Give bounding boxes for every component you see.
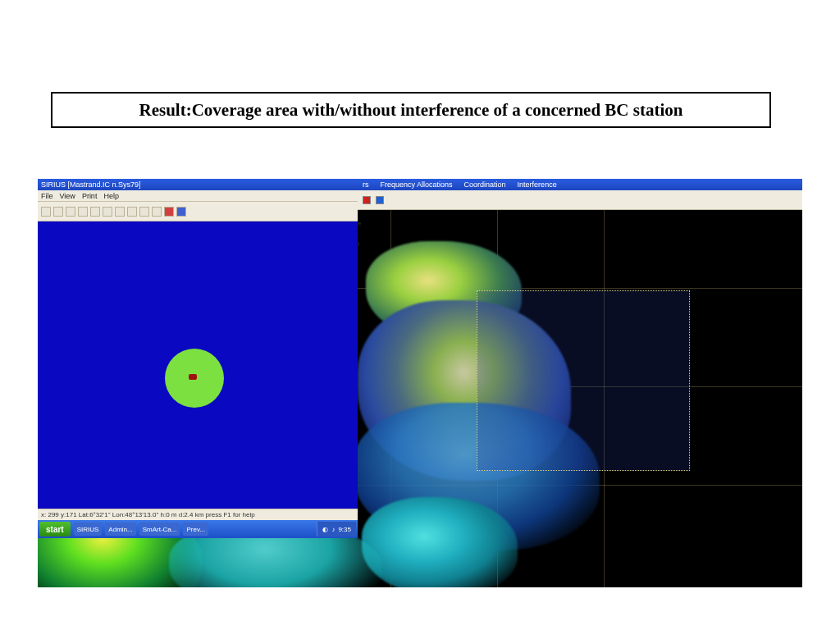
toolbar-button[interactable] <box>78 207 88 217</box>
menu-item[interactable]: Print <box>82 192 98 200</box>
status-bar: x: 299 y:171 Lat:6°32'1" Lon:48°13'13.0"… <box>38 509 358 520</box>
toolbar-button[interactable] <box>66 207 75 217</box>
toolbar-button[interactable] <box>41 207 51 217</box>
window-title: SIRIUS [Mastrand.IC n.Sys79] <box>41 180 141 189</box>
terrain-blob <box>362 497 518 587</box>
slide-title-box: Result:Coverage area with/without interf… <box>51 92 771 128</box>
coverage-toolbar <box>38 202 358 221</box>
toolbar-button[interactable] <box>90 207 100 217</box>
coverage-app-window: SIRIUS [Mastrand.IC n.Sys79] File View P… <box>38 179 358 538</box>
menu-item[interactable]: Help <box>103 192 119 200</box>
system-tray[interactable]: ◐ ♪ 9:35 <box>317 522 356 536</box>
toolbar-button[interactable] <box>115 207 125 217</box>
taskbar-item[interactable]: SIRIUS <box>74 523 103 536</box>
menu-item[interactable]: rs <box>363 180 369 189</box>
station-marker <box>189 374 197 380</box>
coverage-menubar: File View Print Help <box>38 190 358 202</box>
toolbar-button[interactable] <box>152 207 162 217</box>
start-label: start <box>46 525 64 534</box>
start-button[interactable]: start <box>39 522 71 536</box>
toolbar-button[interactable] <box>139 207 149 217</box>
legend-swatch-blue[interactable] <box>376 196 384 204</box>
tray-icon[interactable]: ◐ <box>322 526 328 533</box>
toolbar-button[interactable] <box>53 207 63 217</box>
window-titlebar[interactable]: SIRIUS [Mastrand.IC n.Sys79] <box>38 179 358 190</box>
coverage-canvas[interactable] <box>38 221 358 509</box>
legend-swatch-red[interactable] <box>363 196 371 204</box>
toolbar-button[interactable] <box>103 207 112 217</box>
status-text: x: 299 y:171 Lat:6°32'1" Lon:48°13'13.0"… <box>41 511 255 518</box>
toolbar-button-stop[interactable] <box>176 207 186 217</box>
selection-rectangle[interactable] <box>477 290 690 471</box>
menu-item[interactable]: Frequency Allocations <box>381 180 453 189</box>
taskbar-item[interactable]: SmArt-Ca... <box>139 523 180 536</box>
clock: 9:35 <box>338 526 351 533</box>
toolbar-button[interactable] <box>127 207 137 217</box>
slide-title: Result:Coverage area with/without interf… <box>139 100 683 121</box>
windows-taskbar: start SIRIUS Admin... SmArt-Ca... Prev..… <box>38 520 358 538</box>
tray-icon[interactable]: ♪ <box>331 526 335 533</box>
menu-item[interactable]: Interference <box>518 180 557 189</box>
menu-item[interactable]: View <box>60 192 75 200</box>
toolbar-button-record[interactable] <box>164 207 174 217</box>
menu-item[interactable]: Coordination <box>464 180 506 189</box>
taskbar-item[interactable]: Prev... <box>183 523 208 536</box>
menu-item[interactable]: File <box>41 192 53 200</box>
taskbar-item[interactable]: Admin... <box>105 523 135 536</box>
